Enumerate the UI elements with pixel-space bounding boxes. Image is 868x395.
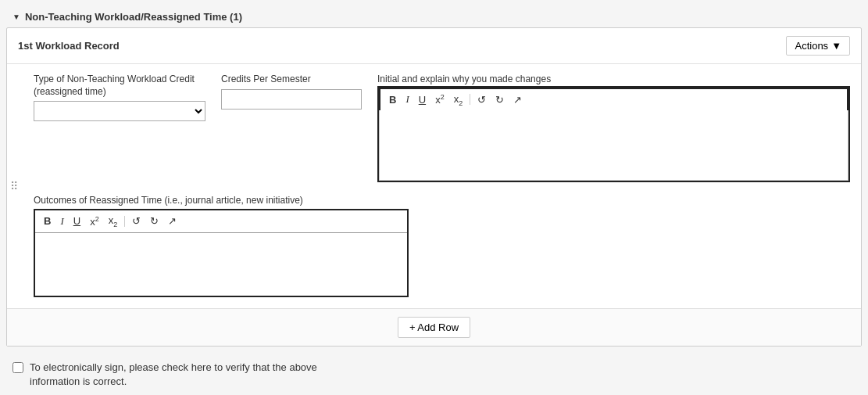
explain-italic-btn[interactable]: I [403, 92, 411, 106]
explain-field-group: Initial and explain why you made changes… [377, 74, 850, 182]
outcomes-expand-btn[interactable]: ↗ [166, 214, 179, 228]
sign-label: To electronically sign, please check her… [30, 361, 358, 389]
explain-toolbar-sep [470, 94, 470, 105]
outcomes-toolbar-sep [124, 216, 125, 227]
outcomes-subscript-btn[interactable]: x2 [106, 214, 120, 229]
outcomes-superscript-btn[interactable]: x2 [88, 214, 102, 228]
section-chevron-icon: ▼ [13, 13, 20, 21]
sign-section: To electronically sign, please check her… [6, 353, 862, 395]
workload-card: 1st Workload Record Actions ▼ ⠿ Type of … [6, 27, 862, 347]
explain-bold-btn[interactable]: B [387, 93, 398, 106]
explain-label: Initial and explain why you made changes [377, 74, 850, 86]
add-row-button[interactable]: + Add Row [398, 317, 470, 338]
outcomes-bold-btn[interactable]: B [41, 214, 53, 228]
fields-row: Type of Non-Teaching Workload Credit (re… [34, 74, 850, 182]
type-label: Type of Non-Teaching Workload Credit (re… [34, 74, 205, 98]
explain-editor: B I U x2 x2 ↺ ↻ ↗ [377, 86, 850, 183]
outcomes-section: Outcomes of Reassigned Time (i.e., journ… [34, 195, 850, 297]
actions-button[interactable]: Actions ▼ [786, 36, 850, 56]
explain-subscript-btn[interactable]: x2 [452, 92, 466, 108]
explain-underline-btn[interactable]: U [416, 93, 428, 106]
section-title: Non-Teaching Workload/Reassigned Time (1… [25, 11, 242, 23]
outcomes-italic-btn[interactable]: I [58, 214, 66, 228]
outcomes-redo-btn[interactable]: ↻ [148, 214, 161, 228]
outcomes-toolbar: B I U x2 x2 ↺ ↻ ↗ [35, 210, 407, 233]
explain-toolbar: B I U x2 x2 ↺ ↻ ↗ [379, 88, 848, 111]
card-body: ⠿ Type of Non-Teaching Workload Credit (… [7, 64, 861, 308]
card-title: 1st Workload Record [18, 40, 120, 52]
credits-label: Credits Per Semester [221, 74, 362, 86]
explain-undo-btn[interactable]: ↺ [475, 93, 488, 106]
explain-textarea[interactable] [379, 110, 848, 181]
section-header[interactable]: ▼ Non-Teaching Workload/Reassigned Time … [6, 6, 862, 27]
outcomes-underline-btn[interactable]: U [71, 214, 83, 228]
credits-input[interactable] [221, 89, 362, 110]
drag-handle-icon[interactable]: ⠿ [10, 180, 18, 192]
actions-label: Actions [795, 40, 828, 52]
card-header: 1st Workload Record Actions ▼ [7, 28, 861, 64]
outcomes-textarea[interactable] [35, 233, 407, 296]
outcomes-label: Outcomes of Reassigned Time (i.e., journ… [34, 195, 850, 206]
page-container: ▼ Non-Teaching Workload/Reassigned Time … [0, 0, 868, 395]
explain-expand-btn[interactable]: ↗ [511, 93, 524, 106]
actions-chevron-icon: ▼ [831, 40, 841, 52]
type-field-group: Type of Non-Teaching Workload Credit (re… [34, 74, 205, 121]
sign-checkbox[interactable] [13, 362, 23, 373]
outcomes-editor: B I U x2 x2 ↺ ↻ ↗ [34, 209, 409, 297]
explain-superscript-btn[interactable]: x2 [433, 92, 447, 106]
credits-field-group: Credits Per Semester [221, 74, 362, 110]
explain-redo-btn[interactable]: ↻ [493, 93, 506, 106]
outcomes-undo-btn[interactable]: ↺ [130, 214, 143, 228]
add-row-container: + Add Row [7, 308, 861, 346]
type-select[interactable] [34, 101, 205, 121]
